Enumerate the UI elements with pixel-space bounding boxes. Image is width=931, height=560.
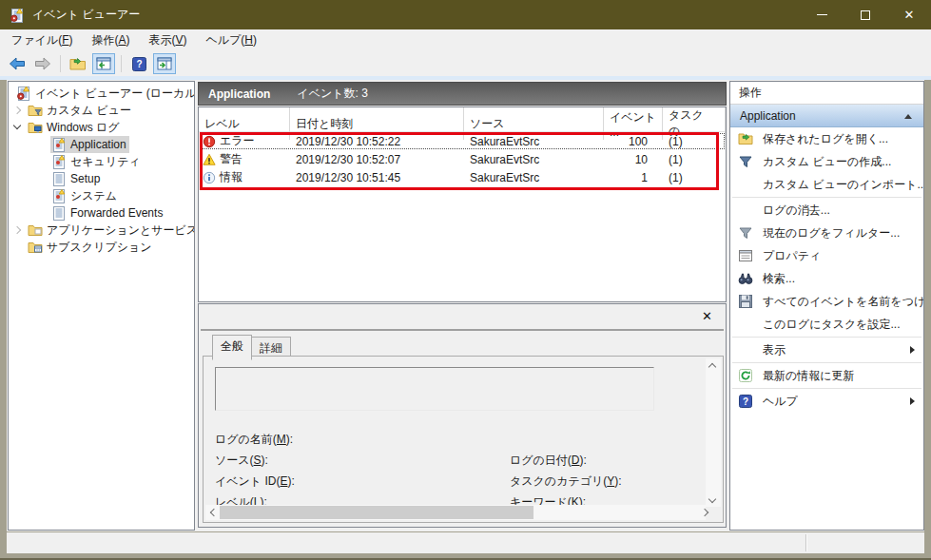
tree-item-application[interactable]: Application — [9, 136, 194, 153]
log-event-icon — [51, 137, 67, 152]
action-refresh[interactable]: 最新の情報に更新 — [730, 364, 923, 387]
horizontal-scrollbar[interactable] — [205, 505, 706, 520]
tree-item-label: イベント ビューアー (ローカル) — [35, 86, 195, 102]
collapse-up-icon[interactable] — [904, 114, 912, 119]
tree-item-security[interactable]: セキュリティ — [9, 153, 194, 170]
action-help[interactable]: ? ヘルプ — [730, 390, 923, 413]
title-bar[interactable]: イベント ビューアー — [0, 0, 931, 29]
help-icon: ? — [738, 394, 753, 409]
tree-item-event-viewer-local[interactable]: イベント ビューアー (ローカル) — [9, 85, 194, 102]
event-row-warning[interactable]: 警告 2019/12/30 10:52:07 SakuraEvtSrc 10 (… — [199, 150, 726, 168]
list-title: Application — [208, 87, 270, 101]
chevron-down-icon[interactable] — [11, 122, 24, 134]
tree-item-app-services-logs[interactable]: アプリケーションとサービス ログ — [9, 222, 194, 239]
level-text: 情報 — [220, 169, 242, 185]
action-label: すべてのイベントを名前をつけ... — [763, 294, 923, 310]
chevron-right-icon[interactable] — [11, 105, 24, 117]
tab-general[interactable]: 全般 — [212, 335, 252, 360]
folder-subscription-icon — [28, 240, 43, 255]
field-log-name: ログの名前(M): — [215, 432, 510, 448]
action-label: カスタム ビューのインポート... — [763, 177, 923, 193]
actions-section-application[interactable]: Application — [730, 105, 923, 127]
action-open-saved-log[interactable]: 保存されたログを開く... — [730, 127, 923, 150]
menu-bar: ファイル(F) 操作(A) 表示(V) ヘルプ(H) — [0, 29, 931, 51]
action-label: ヘルプ — [763, 394, 798, 410]
preview-content: ログの名前(M): ソース(S): ログの日付(D): イベント ID(E): … — [203, 356, 724, 523]
tree-item-subscriptions[interactable]: サブスクリプション — [9, 239, 194, 256]
menu-view[interactable]: 表示(V) — [139, 29, 196, 51]
toolbar-separator — [121, 55, 122, 72]
eventid-cell: 1 — [604, 171, 663, 184]
field-source: ソース(S): — [215, 453, 510, 469]
show-console-tree-button[interactable] — [92, 53, 115, 74]
action-save-all-events-as[interactable]: すべてのイベントを名前をつけ... — [730, 290, 923, 313]
menu-help[interactable]: ヘルプ(H) — [197, 29, 267, 51]
action-label: ログの消去... — [763, 203, 830, 219]
warning-icon — [203, 153, 216, 166]
action-view[interactable]: 表示 — [730, 338, 923, 361]
field-event-id: イベント ID(E): — [215, 473, 510, 490]
menu-file[interactable]: ファイル(F) — [2, 29, 82, 51]
level-text: エラー — [220, 133, 255, 149]
action-clear-log[interactable]: ログの消去... — [730, 199, 923, 222]
event-viewer-icon — [16, 86, 31, 101]
funnel-gray-icon — [738, 225, 753, 241]
action-label: 現在のログをフィルター... — [763, 225, 900, 241]
help-button[interactable]: ? — [127, 53, 150, 74]
funnel-icon — [738, 154, 753, 169]
console-tree-panel: イベント ビューアー (ローカル) カスタム ビュー Windows ログ Ap… — [8, 81, 195, 531]
forward-button[interactable] — [31, 53, 54, 74]
back-button[interactable] — [6, 53, 29, 74]
event-row-error[interactable]: エラー 2019/12/30 10:52:22 SakuraEvtSrc 100… — [199, 132, 726, 150]
open-saved-log-icon — [69, 56, 87, 71]
action-import-custom-view[interactable]: カスタム ビューのインポート... — [730, 173, 923, 196]
event-row-info[interactable]: 情報 2019/12/30 10:51:45 SakuraEvtSrc 1 (1… — [199, 168, 726, 186]
scroll-down-icon[interactable] — [709, 496, 716, 503]
datetime-cell: 2019/12/30 10:52:07 — [290, 153, 464, 166]
tree-item-custom-views[interactable]: カスタム ビュー — [9, 102, 194, 119]
show-action-pane-button[interactable] — [153, 53, 176, 74]
minimize-button[interactable] — [800, 0, 844, 29]
tree-item-label: Forwarded Events — [70, 206, 163, 220]
refresh-icon — [738, 368, 753, 383]
open-saved-log-button[interactable] — [67, 53, 89, 74]
tree-item-setup[interactable]: Setup — [9, 170, 194, 187]
help-icon: ? — [132, 57, 146, 71]
vertical-scrollbar[interactable] — [706, 358, 721, 507]
tree-item-label: サブスクリプション — [47, 240, 152, 256]
action-attach-task-to-log[interactable]: このログにタスクを設定... — [730, 313, 923, 336]
preview-close-icon[interactable] — [702, 309, 712, 323]
minimize-icon — [817, 14, 827, 15]
tree-item-windows-logs[interactable]: Windows ログ — [9, 119, 194, 136]
maximize-button[interactable] — [844, 0, 887, 29]
chevron-right-icon[interactable] — [11, 224, 24, 237]
scrollbar-thumb[interactable] — [220, 506, 533, 519]
log-plain-icon — [51, 205, 67, 221]
menu-action[interactable]: 操作(A) — [82, 29, 139, 51]
toolbar: ? — [0, 51, 931, 76]
svg-text:?: ? — [136, 59, 142, 69]
list-header-row: レベル 日付と時刻 ソース イベント ... タスクの... — [199, 107, 726, 132]
toolbar-separator — [60, 55, 61, 72]
action-properties[interactable]: プロパティ — [730, 244, 923, 267]
binoculars-icon — [738, 271, 753, 286]
action-create-custom-view[interactable]: カスタム ビューの作成... — [730, 150, 923, 173]
actions-separator — [732, 362, 921, 363]
action-find[interactable]: 検索... — [730, 267, 923, 290]
close-icon — [904, 9, 915, 21]
tree-item-label: システム — [70, 188, 117, 204]
tree-item-label: カスタム ビュー — [47, 103, 131, 119]
task-cell: (1) — [663, 153, 726, 166]
action-filter-current-log[interactable]: 現在のログをフィルター... — [730, 222, 923, 244]
event-viewer-icon — [10, 8, 25, 23]
folder-icon — [28, 222, 43, 238]
submenu-arrow-icon — [910, 397, 915, 405]
task-cell: (1) — [663, 135, 726, 148]
tree-item-system[interactable]: システム — [9, 187, 194, 204]
close-button[interactable] — [887, 0, 931, 29]
scroll-up-icon[interactable] — [709, 362, 716, 369]
level-text: 警告 — [220, 151, 242, 167]
list-event-count: イベント数: 3 — [297, 86, 367, 102]
open-folder-icon — [738, 131, 753, 146]
tree-item-forwarded-events[interactable]: Forwarded Events — [9, 204, 194, 222]
